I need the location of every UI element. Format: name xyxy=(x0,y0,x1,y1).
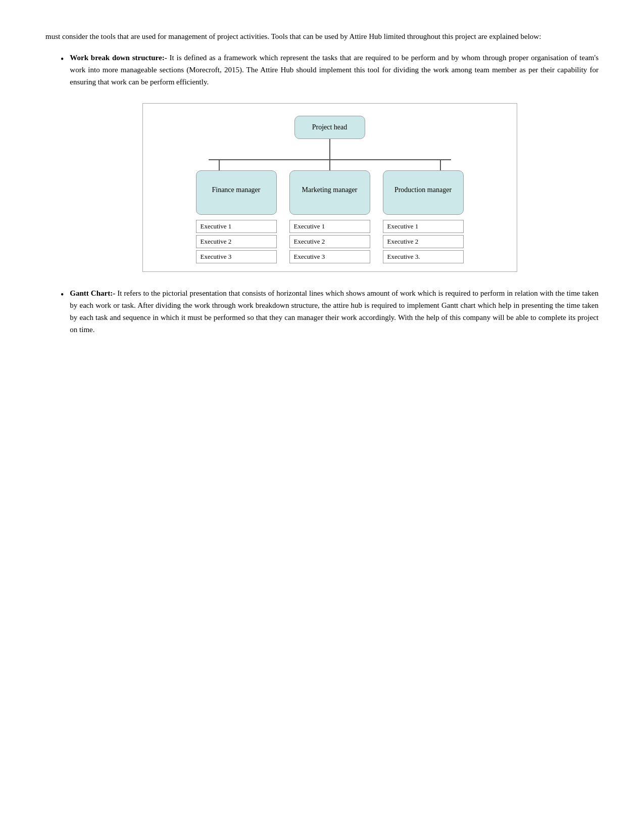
bullet-dot-wbs: • xyxy=(61,52,64,67)
production-manager-label: Production manager xyxy=(394,186,452,194)
manager-col-finance: Finance manager xyxy=(196,170,277,215)
production-exec-2: Executive 2 xyxy=(383,235,464,248)
connectors-row xyxy=(209,160,451,170)
production-exec-1: Executive 1 xyxy=(383,220,464,233)
wbs-label-bold: Work break down structure:- xyxy=(70,54,167,62)
connector-left xyxy=(219,160,220,170)
finance-exec-1: Executive 1 xyxy=(196,220,277,233)
wbs-bullet-text: Work break down structure:- It is define… xyxy=(70,52,599,88)
project-head-box: Project head xyxy=(294,116,365,139)
exec-col-finance: Executive 1 Executive 2 Executive 3 xyxy=(196,220,277,263)
finance-exec-3: Executive 3 xyxy=(196,250,277,263)
marketing-manager-label: Marketing manager xyxy=(302,186,357,194)
finance-exec-2: Executive 2 xyxy=(196,235,277,248)
org-chart-container: Project head xyxy=(61,103,599,272)
gantt-bullet-item: • Gantt Chart:- It refers to the pictori… xyxy=(61,287,599,336)
managers-row: Finance manager Marketing manager Produc… xyxy=(196,170,464,215)
marketing-exec-3: Executive 3 xyxy=(289,250,370,263)
marketing-exec-2: Executive 2 xyxy=(289,235,370,248)
manager-col-marketing: Marketing manager xyxy=(289,170,370,215)
exec-col-marketing: Executive 1 Executive 2 Executive 3 xyxy=(289,220,370,263)
wbs-bullet-item: • Work break down structure:- It is defi… xyxy=(61,52,599,88)
gantt-label-bold: Gantt Chart:- xyxy=(70,289,115,297)
marketing-exec-1: Executive 1 xyxy=(289,220,370,233)
finance-manager-label: Finance manager xyxy=(212,186,260,194)
marketing-manager-box: Marketing manager xyxy=(289,170,370,215)
h-line-container xyxy=(153,159,507,160)
org-chart-outer-border: Project head xyxy=(142,103,517,272)
gantt-bullet-text: Gantt Chart:- It refers to the pictorial… xyxy=(70,287,599,336)
org-chart: Project head xyxy=(153,116,507,263)
production-exec-3: Executive 3. xyxy=(383,250,464,263)
project-head-label: Project head xyxy=(312,123,348,131)
manager-col-production: Production manager xyxy=(383,170,464,215)
connector-center xyxy=(329,160,330,170)
bullet-dot-gantt: • xyxy=(61,288,64,302)
gantt-label-rest: It refers to the pictorial presentation … xyxy=(70,289,599,334)
finance-manager-box: Finance manager xyxy=(196,170,277,215)
intro-paragraph: must consider the tools that are used fo… xyxy=(45,30,599,42)
top-node: Project head xyxy=(294,116,365,139)
connector-top xyxy=(329,139,330,159)
h-line xyxy=(209,159,451,160)
production-manager-box: Production manager xyxy=(383,170,464,215)
exec-col-production: Executive 1 Executive 2 Executive 3. xyxy=(383,220,464,263)
executives-section: Executive 1 Executive 2 Executive 3 Exec… xyxy=(196,220,464,263)
connector-right xyxy=(440,160,441,170)
